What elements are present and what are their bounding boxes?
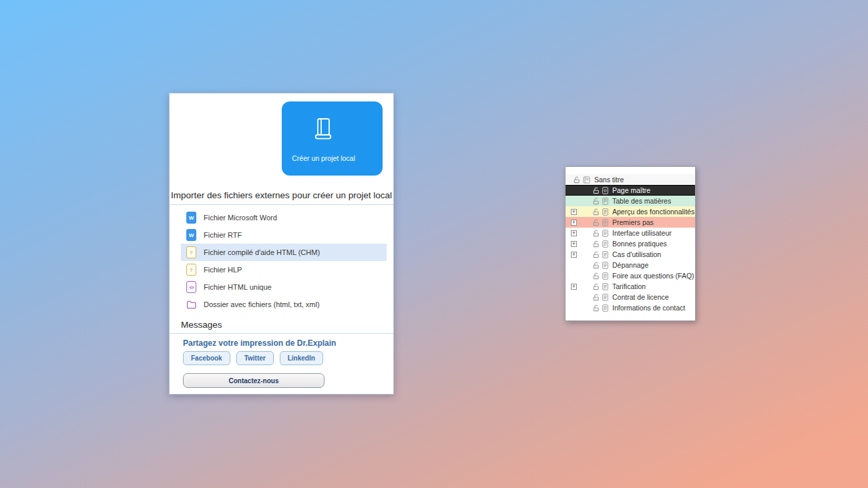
tree-item-apercu-des-fonctionnalites[interactable]: Aperçu des fonctionnalités <box>566 206 695 217</box>
lock-open-icon <box>593 283 600 290</box>
tree-label: Aperçu des fonctionnalités <box>612 208 694 216</box>
import-item-label: Fichier Microsoft Word <box>204 214 277 222</box>
page-icon <box>602 272 608 280</box>
book-icon <box>583 176 590 184</box>
tree-label: Tarification <box>612 282 646 290</box>
import-list: W Fichier Microsoft Word W Fichier RTF ?… <box>181 209 387 313</box>
lock-open-icon <box>593 262 600 269</box>
tree-label: Dépannage <box>612 261 648 269</box>
page-icon <box>602 262 608 269</box>
folder-icon <box>186 298 196 310</box>
import-item-rtf[interactable]: W Fichier RTF <box>181 226 387 244</box>
share-buttons: Facebook Twitter LinkedIn <box>183 351 323 365</box>
expander-placeholder <box>571 273 577 279</box>
tree-item-bonnes-pratiques[interactable]: Bonnes pratiques <box>566 238 695 249</box>
word-file-icon: W <box>186 212 196 224</box>
lock-open-icon <box>593 272 600 280</box>
tree-label: Bonnes pratiques <box>612 240 667 248</box>
tree-item-tarification[interactable]: Tarification <box>566 281 695 292</box>
divider <box>170 333 393 334</box>
expander-placeholder <box>571 294 577 300</box>
help-file-icon: ? <box>186 264 196 276</box>
page-icon <box>602 219 608 226</box>
book-icon <box>311 115 335 146</box>
import-item-hlp[interactable]: ? Fichier HLP <box>181 261 387 278</box>
lock-open-icon <box>593 187 600 194</box>
tree-label: Premiers pas <box>612 218 654 226</box>
page-icon <box>602 240 608 248</box>
import-heading: Importer des fichiers externes pour crée… <box>170 190 393 200</box>
tree-label: Contrat de licence <box>612 293 669 301</box>
page-icon <box>602 251 608 258</box>
create-local-project-tile[interactable]: Créer un projet local <box>282 101 383 176</box>
import-item-label: Fichier HLP <box>204 266 242 274</box>
tile-label: Créer un projet local <box>292 154 355 162</box>
expand-plus-icon[interactable] <box>571 284 577 290</box>
linkedin-button[interactable]: LinkedIn <box>280 351 323 365</box>
import-item-label: Dossier avec fichiers (html, txt, xml) <box>204 300 320 308</box>
toc-page-icon <box>602 198 608 205</box>
tree-label: Page maître <box>612 186 650 194</box>
master-page-icon <box>602 187 608 194</box>
lock-open-icon <box>593 230 600 237</box>
tree-item-page-maitre[interactable]: Page maître <box>566 185 695 196</box>
messages-heading: Messages <box>181 320 222 330</box>
import-item-label: Fichier compilé d'aide HTML (CHM) <box>204 248 320 256</box>
expander-placeholder <box>571 188 577 194</box>
divider <box>170 204 393 205</box>
facebook-button[interactable]: Facebook <box>183 351 230 365</box>
lock-open-icon <box>593 208 600 216</box>
help-file-icon: ? <box>186 246 196 258</box>
expander-placeholder <box>571 262 577 268</box>
lock-open-icon <box>593 240 600 248</box>
expand-plus-icon[interactable] <box>571 252 577 258</box>
import-item-label: Fichier HTML unique <box>204 283 272 291</box>
page-icon <box>602 283 608 290</box>
tree-label: Interface utilisateur <box>612 229 672 237</box>
lock-open-icon <box>574 176 581 184</box>
expand-plus-icon[interactable] <box>571 230 577 236</box>
word-file-icon: W <box>186 229 196 241</box>
expander-placeholder <box>571 198 577 204</box>
page-icon <box>602 294 608 301</box>
import-item-label: Fichier RTF <box>204 231 242 239</box>
tree-label: Informations de contact <box>612 304 685 312</box>
tree-label: Table des matières <box>612 197 671 205</box>
import-item-folder[interactable]: Dossier avec fichiers (html, txt, xml) <box>181 296 387 313</box>
html-file-icon: <> <box>186 281 196 293</box>
tree-item-table-des-matieres[interactable]: Table des matières <box>566 196 695 206</box>
expander-placeholder <box>571 305 577 311</box>
tile-content: Créer un projet local <box>292 115 355 162</box>
project-tree-window: Sans titre Page maître Table des matière… <box>565 166 696 321</box>
page-icon <box>602 208 608 216</box>
tree-label: Cas d'utilisation <box>612 250 661 258</box>
tree-label: Foire aux questions (FAQ) <box>612 272 694 280</box>
import-item-word[interactable]: W Fichier Microsoft Word <box>181 209 387 226</box>
tree-root-sans-titre[interactable]: Sans titre <box>566 174 695 185</box>
expand-plus-icon[interactable] <box>571 209 577 215</box>
tree-item-premiers-pas[interactable]: Premiers pas <box>566 217 695 228</box>
lock-open-icon <box>593 219 600 226</box>
lock-open-icon <box>593 251 600 258</box>
tree-item-faq[interactable]: Foire aux questions (FAQ) <box>566 270 695 281</box>
tree-item-depannage[interactable]: Dépannage <box>566 260 695 270</box>
page-icon <box>602 304 608 312</box>
import-item-html[interactable]: <> Fichier HTML unique <box>181 278 387 296</box>
page-icon <box>602 230 608 237</box>
lock-open-icon <box>593 198 600 205</box>
lock-open-icon <box>593 304 600 312</box>
tree-item-cas-d-utilisation[interactable]: Cas d'utilisation <box>566 249 695 260</box>
expand-plus-icon[interactable] <box>571 220 577 226</box>
tree-label: Sans titre <box>594 176 624 184</box>
share-prompt: Partagez votre impression de Dr.Explain <box>183 338 336 348</box>
contact-us-button[interactable]: Contactez-nous <box>183 373 324 388</box>
expand-plus-icon[interactable] <box>571 241 577 247</box>
start-window: Créer un projet local Importer des fichi… <box>169 93 394 395</box>
import-item-chm[interactable]: ? Fichier compilé d'aide HTML (CHM) <box>181 244 387 261</box>
tree-item-informations-de-contact[interactable]: Informations de contact <box>566 302 695 313</box>
tree-item-interface-utilisateur[interactable]: Interface utilisateur <box>566 228 695 238</box>
twitter-button[interactable]: Twitter <box>236 351 274 365</box>
tree-item-contrat-de-licence[interactable]: Contrat de licence <box>566 292 695 302</box>
lock-open-icon <box>593 294 600 301</box>
